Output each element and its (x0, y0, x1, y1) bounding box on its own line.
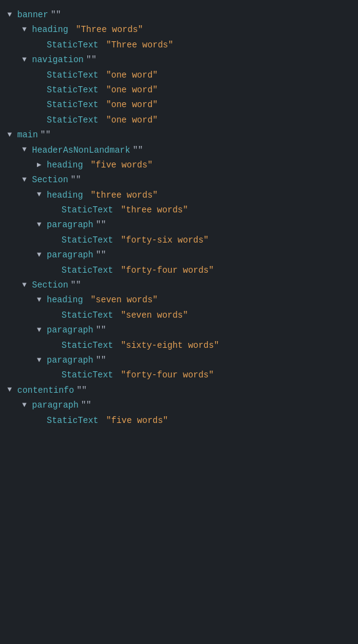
header-nonlandmark-value: "" (133, 143, 143, 157)
st-value: "sixty-eight words" (116, 339, 219, 352)
para-68-row[interactable]: paragraph "" (5, 323, 353, 337)
main-type: main (17, 128, 38, 142)
nav-statictext-2: StaticText "one word" (5, 83, 353, 97)
para-five-row[interactable]: paragraph "" (5, 398, 353, 413)
para-five-toggle[interactable] (22, 400, 32, 411)
heading-seven-row[interactable]: heading "seven words" (5, 292, 353, 307)
st-46-row: StaticText "forty-six words" (5, 233, 353, 248)
para-44b-node: paragraph "" StaticText "forty-four word… (5, 353, 353, 383)
section-2-type: Section (32, 278, 68, 292)
header-nonlandmark-type: HeaderAsNonLandmark (32, 143, 130, 157)
para-44a-node: paragraph "" StaticText "forty-four word… (5, 248, 353, 278)
accessibility-tree: banner "" heading "Three words" StaticTe… (0, 5, 358, 430)
section-2-toggle[interactable] (22, 280, 32, 291)
header-nonlandmark-toggle[interactable] (22, 144, 32, 156)
heading-five-type: heading (47, 158, 83, 172)
st-type: StaticText (47, 68, 98, 82)
banner-toggle[interactable] (7, 9, 17, 21)
heading-three-words-value: "Three words" (71, 23, 143, 36)
st-value: "forty-six words" (116, 233, 209, 247)
section-2-value: "" (71, 278, 81, 292)
st-value: "forty-four words" (116, 264, 214, 277)
para-68-node: paragraph "" StaticText "sixty-eight wor… (5, 323, 353, 353)
para-46-type: paragraph (47, 218, 93, 231)
para-44b-type: paragraph (47, 353, 93, 367)
para-68-toggle[interactable] (37, 324, 47, 336)
contentinfo-row[interactable]: contentinfo "" (5, 383, 353, 398)
para-44a-type: paragraph (47, 248, 93, 262)
navigation-type: navigation (32, 53, 84, 66)
st-value: "one word" (101, 68, 157, 82)
st-value: "five words" (101, 414, 168, 427)
contentinfo-toggle[interactable] (7, 384, 17, 396)
st-type: StaticText (62, 264, 113, 277)
main-toggle[interactable] (7, 129, 17, 141)
para-44a-row[interactable]: paragraph "" (5, 248, 353, 262)
main-node: main "" HeaderAsNonLandmark "" heading "… (5, 127, 353, 383)
contentinfo-value: "" (76, 384, 87, 397)
statictext-type: StaticText (47, 38, 98, 52)
main-row[interactable]: main "" (5, 127, 353, 142)
header-nonlandmark-row[interactable]: HeaderAsNonLandmark "" (5, 143, 353, 158)
para-68-type: paragraph (47, 323, 93, 337)
st-value: "one word" (101, 113, 157, 127)
navigation-value: "" (86, 53, 97, 66)
heading-seven-node: heading "seven words" StaticText "seven … (5, 292, 353, 323)
st-type: StaticText (62, 308, 113, 322)
st-seven-row: StaticText "seven words" (5, 308, 353, 323)
section-1-node: Section "" heading "three words" StaticT… (5, 172, 353, 278)
nav-statictext-3: StaticText "one word" (5, 97, 353, 112)
heading-three-words-node: heading "Three words" StaticText "Three … (5, 22, 353, 52)
heading-three-value: "three words" (86, 188, 158, 202)
st-value: "three words" (116, 203, 188, 217)
banner-node: banner "" heading "Three words" StaticTe… (5, 7, 353, 127)
para-five-empty: "" (81, 398, 92, 412)
navigation-row[interactable]: navigation "" (5, 52, 353, 67)
st-type: StaticText (47, 414, 98, 427)
para-44a-toggle[interactable] (37, 249, 47, 261)
st-type: StaticText (62, 339, 113, 352)
st-value: "one word" (101, 98, 157, 111)
para-46-node: paragraph "" StaticText "forty-six words… (5, 217, 353, 248)
header-nonlandmark-node: HeaderAsNonLandmark "" heading "five wor… (5, 143, 353, 173)
heading-three-row[interactable]: heading "three words" (5, 188, 353, 203)
st-value: "forty-four words" (116, 368, 214, 382)
banner-row[interactable]: banner "" (5, 7, 353, 22)
para-46-toggle[interactable] (37, 219, 47, 231)
heading-seven-type: heading (47, 293, 83, 307)
contentinfo-node: contentinfo "" paragraph "" StaticText "… (5, 383, 353, 428)
heading-three-type: heading (47, 188, 83, 202)
para-five-node: paragraph "" StaticText "five words" (5, 398, 353, 428)
section-1-row[interactable]: Section "" (5, 172, 353, 187)
heading-three-words-s1: heading "three words" StaticText "three … (5, 188, 353, 218)
heading-three-words-toggle[interactable] (22, 24, 32, 36)
section-1-type: Section (32, 173, 68, 187)
banner-value: "" (50, 8, 61, 22)
heading-three-words-type: heading (32, 23, 68, 36)
heading-five-words-toggle[interactable] (37, 159, 47, 171)
heading-seven-toggle[interactable] (37, 294, 47, 306)
para-46-empty: "" (96, 218, 106, 231)
para-44b-toggle[interactable] (37, 355, 47, 366)
banner-type: banner (17, 8, 48, 22)
para-44b-empty: "" (96, 353, 106, 367)
heading-three-words-row[interactable]: heading "Three words" (5, 22, 353, 37)
contentinfo-type: contentinfo (17, 384, 74, 397)
section-1-value: "" (71, 173, 81, 187)
nav-statictext-4: StaticText "one word" (5, 113, 353, 127)
para-46-row[interactable]: paragraph "" (5, 217, 353, 232)
heading-three-toggle[interactable] (37, 189, 47, 201)
st-value: "seven words" (116, 308, 188, 322)
section-2-row[interactable]: Section "" (5, 278, 353, 292)
para-68-empty: "" (96, 323, 106, 337)
heading-five-words-row[interactable]: heading "five words" (5, 158, 353, 172)
nav-statictext-1: StaticText "one word" (5, 68, 353, 83)
navigation-toggle[interactable] (22, 54, 32, 66)
st-value: "one word" (101, 83, 157, 97)
st-44a-row: StaticText "forty-four words" (5, 263, 353, 278)
para-five-type: paragraph (32, 398, 79, 412)
section-1-toggle[interactable] (22, 174, 32, 186)
heading-seven-value: "seven words" (86, 293, 158, 307)
para-44b-row[interactable]: paragraph "" (5, 353, 353, 368)
st-68-row: StaticText "sixty-eight words" (5, 338, 353, 353)
